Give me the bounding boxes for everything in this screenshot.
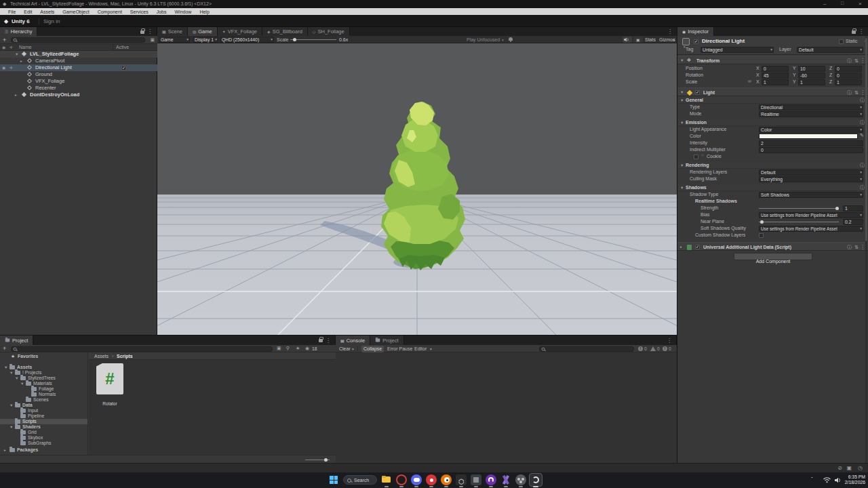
tree-item-projects[interactable]: ▼ ! Projects (0, 370, 87, 375)
foldout-open-icon[interactable]: ▼ (20, 381, 24, 386)
hierarchy-row-camerapivot[interactable]: ▸ CameraPivot (0, 58, 157, 64)
foldout-open-icon[interactable]: ▼ (680, 56, 684, 65)
custom-shadow-layers-checkbox[interactable] (759, 233, 764, 238)
help-icon[interactable]: ⓘ (860, 162, 865, 169)
scene-picker-icon[interactable]: ▣ (150, 37, 155, 43)
menu-component[interactable]: Component (94, 9, 126, 14)
inspector-scrollbar-thumb[interactable] (865, 38, 867, 241)
screenshot-button[interactable]: ▣ (633, 37, 643, 43)
tree-item-scripts[interactable]: Scripts (0, 419, 87, 424)
icon-size-slider[interactable] (305, 457, 330, 463)
display-dropdown[interactable]: Display 1▾ (193, 37, 218, 43)
light-enabled-checkbox[interactable]: ✓ (695, 90, 700, 95)
hierarchy-search-input[interactable] (11, 37, 145, 43)
hierarchy-row-directional-light[interactable]: ◉ ✛ Directional Light ✓ (0, 64, 157, 71)
resolution-dropdown[interactable]: QHD (2560x1440)▾ (220, 37, 274, 43)
indirect-multiplier-field[interactable]: 0 (759, 147, 863, 153)
cookie-checkbox[interactable] (694, 155, 698, 159)
tree-item-skybox[interactable]: Skybox (0, 435, 87, 441)
component-kebab-icon[interactable]: ⋮ (860, 56, 865, 65)
stats-button[interactable]: Stats (645, 37, 656, 43)
lock-icon[interactable] (319, 339, 323, 342)
foldout-open-icon[interactable]: ▼ (4, 365, 7, 370)
console-kebab-icon[interactable]: ⋮ (667, 336, 672, 345)
scale-z-field[interactable]: 1 (835, 79, 862, 85)
hierarchy-row-ground[interactable]: Ground (0, 71, 157, 78)
light-appearance-dropdown[interactable]: Color▾ (759, 127, 863, 133)
gameobject-name[interactable]: Directional Light (702, 38, 745, 45)
taskbar-search[interactable]: Search (343, 475, 377, 485)
position-z-field[interactable]: 0 (835, 66, 862, 72)
tag-dropdown[interactable]: Untagged▾ (701, 47, 774, 53)
foldout-closed-icon[interactable]: ▸ (680, 243, 682, 251)
foldout-open-icon[interactable]: ▼ (9, 370, 13, 375)
preset-icon[interactable]: ⇅ (854, 88, 859, 97)
tree-item-input[interactable]: Input (0, 408, 87, 413)
hidden-items-eye-icon[interactable]: ◉ (305, 346, 309, 351)
gameobject-active-checkbox[interactable]: ✓ (694, 39, 698, 44)
color-swatch[interactable] (759, 134, 858, 139)
tree-item-shaders[interactable]: ▼ Shaders (0, 424, 87, 430)
scale-y-field[interactable]: 1 (798, 79, 825, 85)
tree-item-scenes[interactable]: Scenes (0, 397, 87, 403)
link-scale-icon[interactable]: ∞ (748, 79, 751, 83)
favorite-star-icon[interactable]: ★ (296, 346, 300, 351)
notification-bell-icon[interactable] (509, 37, 513, 41)
tab-project-2[interactable]: Project (370, 336, 403, 345)
foldout-closed-icon[interactable]: ▸ (20, 58, 22, 64)
visibility-eye-icon[interactable]: ◉ (2, 65, 5, 70)
collapse-toggle[interactable]: Collapse (361, 346, 384, 352)
menu-window[interactable]: Window (171, 9, 196, 14)
error-pause-toggle[interactable]: Error Pause (387, 346, 412, 352)
tree-item-assets[interactable]: ▼ Assets (0, 365, 87, 370)
obs-studio-icon-active[interactable] (529, 473, 542, 487)
tab-console[interactable]: ▤ Console (336, 336, 370, 345)
help-icon[interactable]: ⓘ (860, 184, 865, 191)
hierarchy-row-dontdestroy[interactable]: ▸ DontDestroyOnLoad (0, 92, 157, 98)
tab-sh-foliage[interactable]: ◇ SH_Foliage (308, 27, 350, 36)
bias-dropdown[interactable]: Use settings from Render Pipeline Asset▾ (759, 212, 863, 218)
near-plane-slider-knob[interactable] (760, 220, 764, 224)
app-swirl-icon[interactable] (486, 474, 496, 485)
asset-rotator[interactable]: # Rotator (95, 363, 125, 405)
light-rendering-section[interactable]: ▼ Rendering ⓘ (677, 162, 868, 169)
tray-chevron-icon[interactable]: ˆ (811, 476, 813, 482)
tree-item-packages[interactable]: ▸ Packages (0, 447, 87, 453)
menu-file[interactable]: File (4, 9, 20, 14)
start-button[interactable] (328, 474, 339, 485)
console-search-input[interactable] (539, 346, 634, 352)
project-kebab-icon[interactable]: ⋮ (326, 336, 331, 345)
help-icon[interactable]: ⓘ (860, 97, 865, 104)
help-icon[interactable]: ⓘ (847, 56, 852, 65)
scale-slider-knob[interactable] (293, 38, 296, 41)
clear-caret-icon[interactable]: ▾ (352, 347, 354, 351)
menu-assets[interactable]: Assets (36, 9, 58, 14)
console-message-icon[interactable]: ⊘ (837, 465, 842, 471)
app-box-icon[interactable] (471, 474, 481, 485)
foldout-closed-icon[interactable]: ▸ (4, 447, 6, 453)
rendering-layers-dropdown[interactable]: Default▾ (759, 169, 863, 176)
tab-vfx-foliage[interactable]: ✦ VFX_Foliage (218, 27, 262, 36)
hierarchy-row-recenter[interactable]: Recenter (0, 85, 157, 92)
tab-game[interactable]: ◎ Game (188, 27, 218, 36)
light-type-dropdown[interactable]: Directional▾ (759, 104, 863, 110)
game-viewport[interactable] (157, 43, 677, 335)
info-count-badge[interactable]: ! 0 (638, 346, 647, 352)
near-plane-slider[interactable] (759, 219, 839, 225)
render-target-dropdown[interactable]: Game▾ (159, 37, 190, 43)
inspector-scrollbar[interactable] (865, 37, 867, 463)
strength-slider-knob[interactable] (835, 207, 839, 210)
lock-icon[interactable] (140, 30, 144, 34)
position-x-field[interactable]: 0 (762, 66, 789, 72)
editor-dropdown[interactable]: Editor (414, 346, 427, 352)
hierarchy-kebab-icon[interactable]: ⋮ (147, 27, 153, 36)
foldout-open-icon[interactable]: ▼ (680, 88, 684, 97)
shadow-type-dropdown[interactable]: Soft Shadows▾ (759, 192, 863, 198)
clock[interactable]: 6:35 PM 2/18/2026 (845, 474, 865, 485)
light-general-section[interactable]: ▼ General ⓘ (677, 97, 868, 104)
inspector-kebab-icon[interactable]: ⋮ (859, 27, 864, 36)
menu-jobs[interactable]: Jobs (153, 9, 171, 14)
tree-item-normals[interactable]: Normals (0, 392, 87, 397)
pickability-column-icon[interactable]: ✛ (9, 45, 13, 49)
app-red-ring-icon[interactable] (396, 474, 407, 485)
